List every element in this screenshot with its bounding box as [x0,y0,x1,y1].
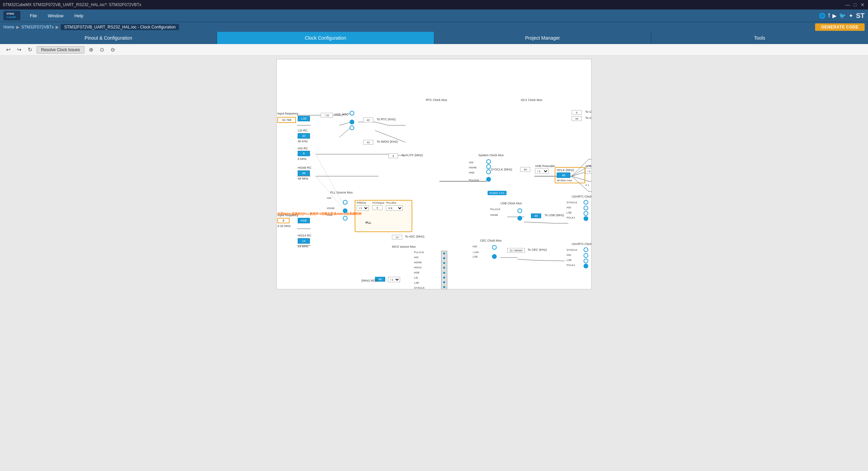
div40-rtc-box[interactable]: 40 [363,118,373,122]
prediv-select[interactable]: / 1 [357,205,369,211]
file-menu[interactable]: File [25,12,42,20]
usart2-clock-mux-label: USART2 Clock Mux [572,242,592,246]
hse-box[interactable]: HSE [298,218,310,223]
hsi-box[interactable]: 8 [298,151,310,156]
title-bar-controls: — □ ✕ [845,2,865,7]
rtc-clock-mux-label: RTC Clock Mux [426,98,447,102]
i2c1-clock-mux-label: I2C1 Clock Mux [521,98,542,102]
hclk-label: HCLK (MHz) [557,168,574,172]
hsi14-rc-label: HSI14 RC [298,234,312,237]
ahb-div-select[interactable]: / 1 [535,168,549,174]
globe-icon[interactable]: 🌐 [819,13,826,19]
input-freq-value1[interactable]: 32.768 [277,117,296,123]
hsi-unit: 8 MHz [298,157,307,161]
hclk-group: HCLK (MHz) 48 48 MHz max [555,167,585,183]
rtc-mux-dot3 [350,125,354,130]
to-i2s-label: To I2S1I2 S2 (MHz) [585,116,592,120]
twitter-icon[interactable]: 🐦 [839,13,846,19]
apb1-div-select[interactable]: / 1 [585,168,592,174]
resolve-clock-button[interactable]: Resolve Clock Issues [37,46,84,54]
zoom-in-button[interactable]: ⊕ [87,46,95,54]
mhz-mco-label: (MHz) MCO [361,279,378,282]
hclk-val-box[interactable]: 48 [557,172,570,178]
diagram-container: RTC Clock Mux I2C1 Clock Mux Input frequ… [276,59,592,289]
input-freq-value2[interactable]: 8 [277,218,290,223]
usart1-dot2 [584,206,588,210]
mco-mux-dot2 [443,257,445,259]
sys-mux-dot3 [486,169,491,174]
i2c1-val-box: 8 [572,110,582,115]
pllmul-select[interactable]: X 6 [386,205,403,211]
tab-project[interactable]: Project Manager [434,32,651,44]
breadcrumb-sep1: ▶ [16,25,19,29]
hsi14-adc-box: 14 [392,235,402,240]
usart2-hsi-label: HSI [567,253,571,257]
pllmul-label: *PLLMul [386,201,396,204]
cec-lse-label: LSE [473,255,478,258]
menu-bar: STM32 CubeMX File Window Help 🌐 f ▶ 🐦 ✦ … [0,9,868,22]
sys-mux-dot4 [486,177,491,182]
mco-mux-dot1 [443,252,445,254]
sysclk-val-box: 48 [520,167,530,172]
youtube-icon[interactable]: ▶ [832,13,836,19]
mco-mux-dot6 [443,277,445,279]
lse-box[interactable]: LSE [298,116,310,121]
generate-code-button[interactable]: GENERATE CODE [815,23,865,31]
val8-flitf-box[interactable]: 8 [389,153,398,158]
refresh-button[interactable]: ↻ [26,46,34,54]
usart2-dot1 [584,247,588,252]
facebook-icon[interactable]: f [828,13,830,19]
sys-mux-dot1 [486,159,491,164]
ahb-prescaler-label: AHB Prescaler [535,164,555,168]
close-button[interactable]: ✕ [860,2,865,7]
pll-src-hsi-dot [343,200,348,205]
div32-box[interactable]: / 32 [321,113,333,118]
minimize-button[interactable]: — [845,2,850,7]
mco-div-select[interactable]: / 1 [388,277,400,282]
st-icon[interactable]: ST [856,12,865,20]
usb-hsi48-label: HSI48 [490,213,498,217]
to-i2c1-label: To I2C1 (MHz) [585,110,592,114]
usb-mux-dot1 [517,208,522,213]
network-icon[interactable]: ✦ [849,13,853,19]
zoom-out-button[interactable]: ⊖ [109,46,117,54]
to-rtc-label: To RTC (KHz) [377,118,396,121]
svg-line-42 [534,260,565,261]
usb-clock-mux-label: USB Clock Mux [500,202,522,205]
diagram-lines [277,59,591,289]
input-freq-label1: Input frequency [277,112,298,115]
usart1-clock-mux-label: USART1 Clock Mux [572,195,592,198]
lsi-rc-label: LSI RC [298,129,308,132]
help-menu[interactable]: Help [70,12,88,20]
breadcrumb-home[interactable]: Home [3,25,14,29]
hsi48-box[interactable]: 48 [298,170,310,176]
maximize-button[interactable]: □ [852,2,858,7]
mco-hse-label: HSE [414,271,419,274]
mco-hsi14-label: HSI14 [414,266,421,269]
lsi-box[interactable]: 40 [298,133,310,139]
div40-iwdg-box[interactable]: 40 [363,140,373,145]
usart1-sysclk-label: SYSCLK [567,201,577,204]
mco-lsi-label: LSI [414,276,418,279]
apb1-prescaler-label: APB1 Prescaler [585,164,592,168]
hclk-max-label: 48 MHz max [557,179,572,182]
mco-pllclk-label: PLLCLK [414,251,424,254]
tab-tools[interactable]: Tools [651,32,868,44]
tab-clock[interactable]: Clock Configuration [217,32,434,44]
window-menu[interactable]: Window [43,12,68,20]
title-bar-left: STM32CubeMX STM32F072VB_UART_RS232_HAL.i… [3,2,141,7]
undo-button[interactable]: ↩ [4,46,12,54]
hse-rtc-label: HSE_RTC [334,113,349,116]
enable-css-button[interactable]: Enable CSS [488,191,507,195]
pll-src-hsi-label: HSI [327,197,331,200]
redo-button[interactable]: ↪ [15,46,23,54]
zoom-fit-button[interactable]: ⊙ [98,46,106,54]
usart1-hsi-label: HSI [567,206,571,209]
svg-text:CubeMX: CubeMX [6,16,16,18]
mco-hsi48-label: HSI48 [414,261,421,264]
tab-pinout[interactable]: Pinout & Configuration [0,32,217,44]
hsi14-box[interactable]: 14 [298,238,310,244]
breadcrumb-device[interactable]: STM32F072VBTx [21,25,54,29]
breadcrumb-sep2: ▶ [56,25,59,29]
to-adc-label: To ADC (MHz) [405,235,425,238]
